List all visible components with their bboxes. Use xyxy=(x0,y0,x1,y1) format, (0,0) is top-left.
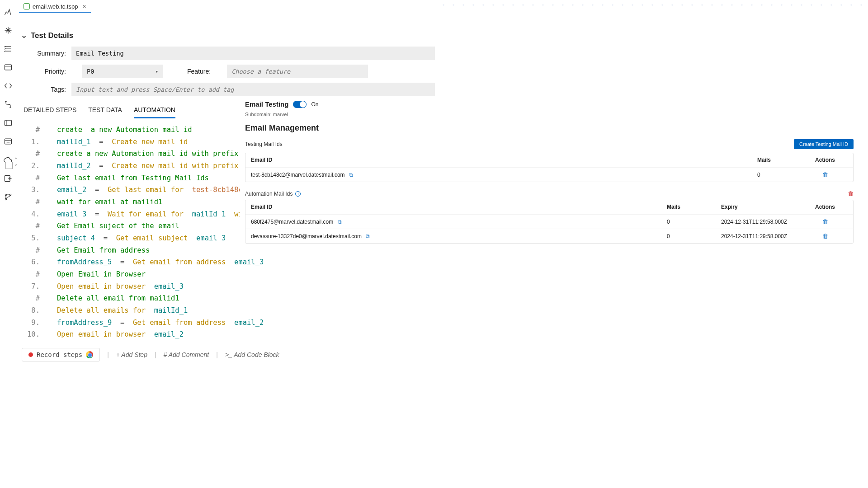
section-title-label: Test Details xyxy=(31,31,73,40)
record-label: Record steps xyxy=(37,351,82,358)
delete-icon[interactable]: 🗑 xyxy=(822,218,828,225)
col-actions: Actions xyxy=(802,204,848,210)
step-row[interactable]: 10. Open email in browser email_2 xyxy=(21,328,435,341)
step-content: create a new Automation mail id with pre… xyxy=(44,148,238,160)
file-tab-label: email.web.tc.tspp xyxy=(33,3,78,10)
step-row[interactable]: 9. fromAddress_9 = Get email from addres… xyxy=(21,317,435,329)
add-step-button[interactable]: + Add Step xyxy=(116,351,147,358)
add-comment-button[interactable]: # Add Comment xyxy=(164,351,209,358)
table-row: 680f2475@marvel.datestmail.com ⧉02024-12… xyxy=(245,214,853,229)
step-content: create a new Automation mail id xyxy=(44,124,192,136)
step-gutter: 4. xyxy=(21,208,44,221)
col-mails: Mails xyxy=(667,204,721,210)
record-icon xyxy=(28,352,33,357)
create-testing-mail-id-button[interactable]: Create Testing Mail ID xyxy=(794,139,854,149)
rail-icon-2[interactable] xyxy=(4,26,13,36)
mails-cell: 0 xyxy=(667,219,721,225)
svg-rect-0 xyxy=(5,65,11,70)
tab-automation[interactable]: AUTOMATION xyxy=(134,106,175,118)
step-row[interactable]: # Open Email in Browser xyxy=(21,268,435,281)
step-content: mailId_2 = Create new mail id with prefi… xyxy=(44,160,238,172)
delete-icon[interactable]: 🗑 xyxy=(822,171,828,178)
step-content: Delete all email from mailid1 xyxy=(44,292,179,305)
section-title[interactable]: ⌄ Test Details xyxy=(21,31,435,40)
delete-icon[interactable]: 🗑 xyxy=(822,233,828,239)
summary-input[interactable] xyxy=(71,47,435,60)
priority-select[interactable]: P0 ▾ xyxy=(82,65,163,78)
col-email: Email ID xyxy=(251,204,667,210)
automation-mail-table: Email ID Mails Expiry Actions 680f2475@m… xyxy=(245,200,854,244)
step-gutter: # xyxy=(21,172,44,184)
table-row: test-8cb148c2@marvel.datestmail.com ⧉0🗑 xyxy=(245,167,853,182)
rail-icon-3[interactable] xyxy=(4,44,13,55)
chevron-down-icon: ⌄ xyxy=(21,31,27,40)
step-row[interactable]: 6. fromAddress_5 = Get email from addres… xyxy=(21,256,435,268)
feature-input[interactable] xyxy=(227,65,368,78)
email-cell: 680f2475@marvel.datestmail.com ⧉ xyxy=(251,219,667,225)
close-icon[interactable]: × xyxy=(82,3,86,10)
step-gutter: 10. xyxy=(21,328,44,341)
step-content: Open email in browser email_2 xyxy=(44,328,184,341)
tab-detailed-steps[interactable]: DETAILED STEPS xyxy=(24,106,76,118)
email-testing-toggle[interactable] xyxy=(293,101,307,108)
action-bar: Record steps | + Add Step | # Add Commen… xyxy=(22,348,279,361)
step-row[interactable]: 8. Delete all emails for mailId_1 xyxy=(21,305,435,317)
testing-mail-ids-label: Testing Mail Ids xyxy=(245,141,283,147)
step-gutter: 8. xyxy=(21,305,44,317)
info-icon[interactable]: i xyxy=(295,191,301,197)
email-management-panel: Email Testing On Subdomain: marvel Email… xyxy=(240,97,859,252)
priority-value: P0 xyxy=(87,68,94,75)
copy-icon[interactable]: ⧉ xyxy=(349,172,353,178)
rail-icon-7[interactable] xyxy=(4,118,13,129)
step-gutter: # xyxy=(21,292,44,305)
step-gutter: # xyxy=(21,196,44,208)
record-steps-button[interactable]: Record steps xyxy=(22,348,100,361)
tab-test-data[interactable]: TEST DATA xyxy=(88,106,122,118)
step-gutter: # xyxy=(21,268,44,281)
delete-all-icon[interactable]: 🗑 xyxy=(848,190,854,197)
step-content: Open Email in Browser xyxy=(44,268,146,281)
step-content: fromAddress_5 = Get email from address e… xyxy=(44,256,264,268)
separator: | xyxy=(155,351,156,358)
rail-icon-4[interactable] xyxy=(4,63,13,73)
expiry-cell: 2024-12-31T11:29:58.000Z xyxy=(721,219,802,225)
col-expiry: Expiry xyxy=(721,204,802,210)
step-row[interactable]: # Delete all email from mailid1 xyxy=(21,292,435,305)
step-content: Delete all emails for mailId_1 xyxy=(44,305,188,317)
rail-icon-1[interactable] xyxy=(4,7,13,18)
toggle-state: On xyxy=(311,101,318,108)
step-row[interactable]: 7. Open email in browser email_3 xyxy=(21,281,435,293)
copy-icon[interactable]: ⧉ xyxy=(366,233,370,239)
step-gutter: 6. xyxy=(21,256,44,268)
summary-label: Summary: xyxy=(21,50,66,57)
step-content: email_2 = Get last email for test-8cb148… xyxy=(44,184,247,196)
rail-icon-import[interactable] xyxy=(4,174,13,184)
col-mails: Mails xyxy=(757,157,802,163)
step-gutter: 9. xyxy=(21,317,44,329)
col-actions: Actions xyxy=(802,157,848,163)
step-content: email_3 = Wait for email for mailId_1 wi… xyxy=(44,208,247,221)
email-cell: test-8cb148c2@marvel.datestmail.com ⧉ xyxy=(251,172,757,178)
tags-input[interactable] xyxy=(71,83,435,96)
subdomain-line: Subdomain: marvel xyxy=(245,112,854,117)
chevron-down-icon: ▾ xyxy=(155,69,158,75)
svg-rect-2 xyxy=(5,139,11,144)
chrome-icon xyxy=(86,351,93,358)
left-icon-rail xyxy=(0,0,16,488)
add-code-block-button[interactable]: >_ Add Code Block xyxy=(225,351,279,358)
priority-label: Priority: xyxy=(21,68,66,75)
step-gutter: # xyxy=(21,244,44,257)
step-gutter: 2. xyxy=(21,160,44,172)
separator: | xyxy=(107,351,109,358)
mails-cell: 0 xyxy=(757,172,802,178)
svg-rect-1 xyxy=(5,120,11,126)
step-gutter: # xyxy=(21,148,44,160)
rail-icon-5[interactable] xyxy=(4,81,13,92)
rail-icon-8[interactable] xyxy=(4,137,13,147)
copy-icon[interactable]: ⧉ xyxy=(338,219,342,225)
rail-icon-6[interactable] xyxy=(4,100,13,110)
step-gutter: 5. xyxy=(21,232,44,244)
rail-icon-branch[interactable] xyxy=(4,192,13,203)
feature-label: Feature: xyxy=(187,68,211,75)
file-tab[interactable]: email.web.tc.tspp × xyxy=(19,1,91,13)
